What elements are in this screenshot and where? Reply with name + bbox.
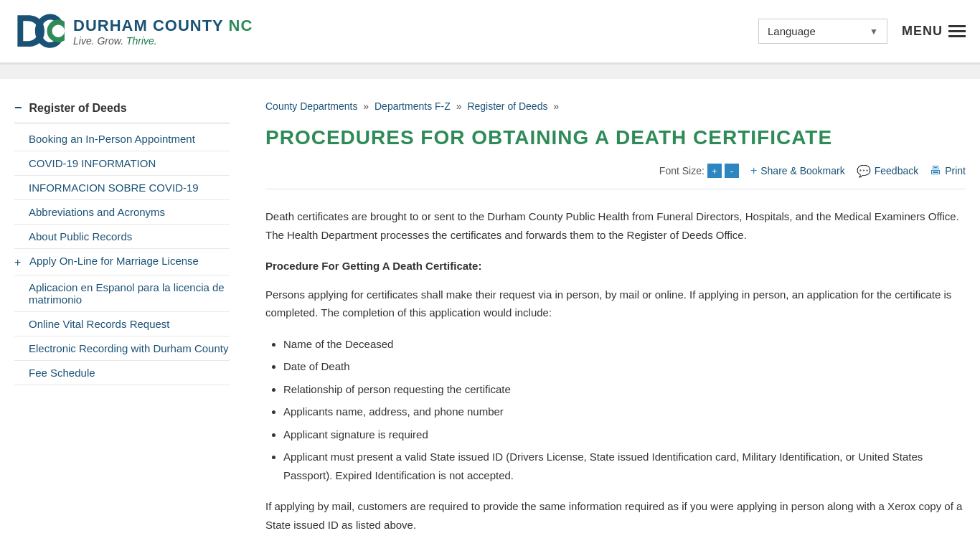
- intro-paragraph: Death certificates are brought to or sen…: [265, 207, 966, 244]
- mail-paragraph: If applying by mail, customers are requi…: [265, 497, 966, 534]
- breadcrumb-county-departments[interactable]: County Departments: [265, 100, 357, 112]
- sidebar-section-header: − Register of Deeds: [14, 100, 230, 123]
- logo-subtitle: Live. Grow. Thrive.: [73, 35, 253, 47]
- sidebar-item-e-recording: Electronic Recording with Durham County: [14, 336, 230, 361]
- main-content: County Departments » Departments F-Z » R…: [244, 100, 966, 547]
- hamburger-icon: [948, 25, 966, 37]
- list-item: Applicants name, address, and phone numb…: [283, 402, 966, 421]
- logo-text: DURHAM COUNTY NC Live. Grow. Thrive.: [73, 17, 253, 47]
- breadcrumb-departments-fz[interactable]: Departments F-Z: [374, 100, 451, 112]
- language-dropdown[interactable]: Language ▼: [758, 19, 887, 44]
- main-container: − Register of Deeds Booking an In-Person…: [0, 79, 980, 551]
- sidebar-link-covid19-es[interactable]: INFORMACION SOBRE COVID-19: [29, 182, 199, 194]
- print-icon: 🖶: [930, 164, 941, 177]
- menu-button[interactable]: MENU: [902, 24, 966, 39]
- feedback-icon: 💬: [857, 164, 871, 178]
- sidebar: − Register of Deeds Booking an In-Person…: [14, 100, 244, 547]
- content-body: Death certificates are brought to or sen…: [265, 207, 966, 534]
- breadcrumb-sep1: »: [363, 100, 372, 112]
- font-size-label: Font Size:: [659, 165, 705, 176]
- sidebar-item-marriage-license: + Apply On-Line for Marriage License: [14, 249, 230, 276]
- procedure-heading: Procedure For Getting A Death Certificat…: [265, 257, 966, 276]
- share-label: Share & Bookmark: [760, 165, 845, 176]
- breadcrumb-sep2: »: [456, 100, 465, 112]
- requirements-list: Name of the Deceased Date of Death Relat…: [283, 335, 966, 485]
- expand-icon[interactable]: +: [14, 256, 26, 269]
- sidebar-link-marriage-es[interactable]: Aplicacion en Espanol para la licencia d…: [29, 281, 225, 306]
- share-icon: +: [750, 164, 757, 177]
- sidebar-item-covid19: COVID-19 INFORMATION: [14, 151, 230, 176]
- sidebar-section-title: Register of Deeds: [29, 102, 127, 115]
- font-increase-button[interactable]: +: [707, 164, 722, 178]
- procedure-intro: Persons applying for certificates shall …: [265, 286, 966, 322]
- sidebar-nav: Booking an In-Person Appointment COVID-1…: [14, 127, 230, 385]
- breadcrumb-sep3: »: [553, 100, 559, 112]
- sidebar-link-e-recording[interactable]: Electronic Recording with Durham County: [29, 342, 228, 354]
- logo-title: DURHAM COUNTY NC: [73, 17, 253, 35]
- sidebar-collapse-icon[interactable]: −: [14, 100, 22, 116]
- sidebar-item-fee-schedule: Fee Schedule: [14, 361, 230, 385]
- print-button[interactable]: 🖶 Print: [930, 164, 966, 177]
- site-logo: [14, 10, 65, 53]
- sidebar-link-vital-records[interactable]: Online Vital Records Request: [29, 318, 170, 330]
- sidebar-link-covid19[interactable]: COVID-19 INFORMATION: [29, 157, 156, 169]
- svg-point-0: [50, 22, 65, 39]
- page-title: PROCEDURES FOR OBTAINING A DEATH CERTIFI…: [265, 126, 966, 149]
- share-bookmark-button[interactable]: + Share & Bookmark: [750, 164, 845, 177]
- print-label: Print: [945, 165, 966, 176]
- sidebar-item-public-records: About Public Records: [14, 225, 230, 249]
- sidebar-item-vital-records: Online Vital Records Request: [14, 312, 230, 336]
- site-header: DURHAM COUNTY NC Live. Grow. Thrive. Lan…: [0, 0, 980, 65]
- sidebar-item-marriage-es: Aplicacion en Espanol para la licencia d…: [14, 276, 230, 312]
- sidebar-item-covid19-es: INFORMACION SOBRE COVID-19: [14, 176, 230, 200]
- list-item: Applicant signature is required: [283, 425, 966, 444]
- breadcrumb-register-of-deeds[interactable]: Register of Deeds: [467, 100, 547, 112]
- sidebar-item-booking: Booking an In-Person Appointment: [14, 127, 230, 151]
- chevron-down-icon: ▼: [870, 27, 878, 37]
- list-item: Applicant must present a valid State iss…: [283, 448, 966, 484]
- sidebar-link-booking[interactable]: Booking an In-Person Appointment: [29, 133, 195, 145]
- header-right: Language ▼ MENU: [758, 19, 966, 44]
- list-item: Relationship of person requesting the ce…: [283, 380, 966, 399]
- list-item: Date of Death: [283, 357, 966, 376]
- feedback-label: Feedback: [875, 165, 918, 176]
- list-item: Name of the Deceased: [283, 335, 966, 354]
- sidebar-link-marriage-license[interactable]: Apply On-Line for Marriage License: [29, 255, 199, 267]
- sidebar-link-fee-schedule[interactable]: Fee Schedule: [29, 367, 95, 379]
- font-decrease-button[interactable]: -: [725, 164, 739, 178]
- content-toolbar: Font Size: + - + Share & Bookmark 💬 Feed…: [265, 164, 966, 189]
- gray-divider: [0, 65, 980, 79]
- sidebar-link-public-records[interactable]: About Public Records: [29, 230, 132, 242]
- font-size-controls: Font Size: + -: [659, 164, 739, 178]
- sidebar-item-abbreviations: Abbreviations and Acronyms: [14, 200, 230, 225]
- feedback-button[interactable]: 💬 Feedback: [857, 164, 918, 178]
- sidebar-link-abbreviations[interactable]: Abbreviations and Acronyms: [29, 206, 165, 218]
- logo-area: DURHAM COUNTY NC Live. Grow. Thrive.: [14, 10, 253, 53]
- breadcrumb: County Departments » Departments F-Z » R…: [265, 100, 966, 112]
